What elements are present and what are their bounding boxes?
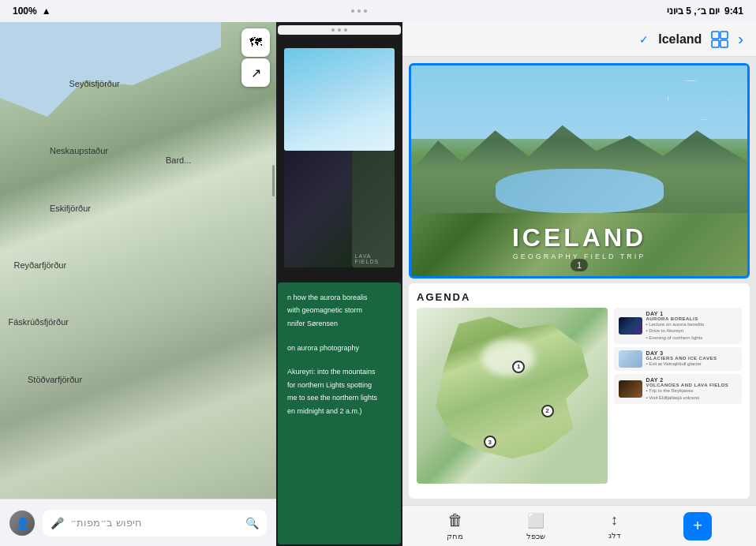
map-toolbar: 🗺 ↗ <box>241 28 270 87</box>
search-placeholder: חיפוש ב״מפות״ <box>70 517 142 529</box>
route-line <box>417 308 608 484</box>
file-title: Iceland <box>658 32 702 47</box>
notes-app-card[interactable]: n how the aurora borealis with geomagnet… <box>278 282 401 544</box>
day-1-label: DAY 1 <box>646 311 704 316</box>
status-bar: 100% ▲ יום ב׳, 5 ביוני 9:41 <box>0 0 756 22</box>
maps-panel: Seyðisfjörður Neskaupstaður Eskifjörður … <box>0 22 276 546</box>
duplicate-icon: ⬜ <box>527 512 545 529</box>
notes-line-7: me to see the northern lights <box>287 392 391 403</box>
slides-view-icon[interactable] <box>711 31 728 48</box>
keynote-panel: ✓ Iceland › <box>402 22 756 546</box>
slide-number-badge: 1 <box>571 259 588 271</box>
agenda-content: 1 2 3 DAY 1 <box>417 308 742 484</box>
middle-panel: LAVA FIELDS n how the aurora borealis wi… <box>276 22 402 546</box>
photo-beach <box>284 48 395 150</box>
slide-landscape-bg <box>411 65 747 213</box>
map-label-fáskrúðsfjörður: Fáskrúðsfjörður <box>9 317 69 327</box>
view-toggle-group <box>711 31 728 48</box>
duplicate-toolbar-item[interactable]: ⬜ שכפל <box>526 512 545 540</box>
handle-dot <box>351 9 354 13</box>
day-3-card: DAY 3 GLACIERS AND ICE CAVES • Exit at V… <box>614 347 742 371</box>
photo-thumbnail: LAVA FIELDS <box>352 151 395 267</box>
plus-icon: + <box>693 517 702 535</box>
map-label-seyðisfjörður: Seyðisfjörður <box>69 79 120 88</box>
day-1-text: • Lecture on aurora benefits• Drive to A… <box>646 321 704 341</box>
wifi-icon: ▲ <box>42 6 51 17</box>
mic-icon[interactable]: 🎤 <box>51 517 64 529</box>
map-search-bar: 👤 🎤 חיפוש ב״מפות״ 🔍 <box>0 499 276 546</box>
time-display: 9:41 <box>724 6 743 17</box>
slide-2-agenda[interactable]: AGENDA 1 2 3 <box>409 283 750 499</box>
slide-main-title: ICELAND <box>512 223 646 252</box>
map-label-bard: Bard... <box>166 155 191 165</box>
notes-line-2: with geomagnetic storm <box>287 305 391 316</box>
day-2-label: DAY 2 <box>646 377 728 383</box>
location-button[interactable]: ↗ <box>241 58 270 87</box>
add-slide-button[interactable]: + <box>683 512 712 540</box>
day-2-thumbnail <box>619 380 642 398</box>
map-label-reyðarfjörður: Reyðarfjörður <box>14 260 67 270</box>
day-cards-list: DAY 1 AURORA BOREALIS • Lecture on auror… <box>614 308 742 484</box>
map-background[interactable]: Seyðisfjörður Neskaupstaður Eskifjörður … <box>0 22 276 499</box>
status-center <box>351 9 367 13</box>
notes-line-6: for northern Lights spotting <box>287 380 391 391</box>
map-label-stöðvarfjörður: Stöðvarfjörður <box>28 375 82 384</box>
search-input[interactable]: 🎤 חיפוש ב״מפות״ 🔍 <box>43 510 267 537</box>
status-left: 100% ▲ <box>13 6 51 17</box>
battery-indicator: 100% <box>13 6 37 17</box>
app-handle-top <box>278 25 401 35</box>
main-container: Seyðisfjörður Neskaupstaður Eskifjörður … <box>0 22 756 546</box>
skip-toolbar-item[interactable]: ↕ דלג <box>608 512 620 540</box>
slide-1-text-area: ICELAND GEOGRAPHY FIELD TRIP <box>512 223 646 260</box>
keynote-header: ✓ Iceland › <box>402 22 756 57</box>
slide-1-iceland-cover[interactable]: ICELAND GEOGRAPHY FIELD TRIP 1 <box>409 63 750 279</box>
scroll-indicator <box>272 165 275 196</box>
photos-app-card[interactable]: LAVA FIELDS <box>278 36 401 279</box>
day-3-text: • Exit at Vatnajökull glacier <box>646 361 717 367</box>
notes-line-3: nnifer Sørensen <box>287 318 391 329</box>
day-2-info: DAY 2 VOLCANOES AND LAVA FIELDS • Trip t… <box>646 377 728 401</box>
slides-area: ICELAND GEOGRAPHY FIELD TRIP 1 AGENDA <box>402 57 756 505</box>
svg-rect-1 <box>720 32 728 39</box>
delete-toolbar-item[interactable]: 🗑 מחק <box>447 511 463 540</box>
handle-dot <box>364 9 367 13</box>
notes-line-4: on aurora photography <box>287 342 391 353</box>
map-view-toggle[interactable]: 🗺 <box>241 28 270 57</box>
handle-dot-1 <box>331 28 335 32</box>
map-label-eskifjörður: Eskifjörður <box>50 204 91 213</box>
delete-label: מחק <box>447 532 463 540</box>
handle-dot-2 <box>338 28 341 32</box>
day-1-card: DAY 1 AURORA BOREALIS • Lecture on auror… <box>614 308 742 344</box>
day-1-thumbnail <box>619 317 642 335</box>
user-avatar: 👤 <box>9 510 35 536</box>
day-3-thumbnail <box>619 350 642 368</box>
day-3-label: DAY 3 <box>646 350 717 356</box>
handle-dot <box>357 9 361 13</box>
duplicate-label: שכפל <box>526 532 545 540</box>
forward-chevron-icon[interactable]: › <box>738 30 743 48</box>
trash-icon: 🗑 <box>447 511 463 529</box>
status-right: יום ב׳, 5 ביוני 9:41 <box>667 6 743 17</box>
day-1-info: DAY 1 AURORA BOREALIS • Lecture on auror… <box>646 311 704 341</box>
photo-dark-landscape <box>284 151 352 267</box>
notes-line-1: n how the aurora borealis <box>287 292 391 303</box>
agenda-map: 1 2 3 <box>417 308 608 484</box>
map-label-neskaupstaður: Neskaupstaður <box>50 146 108 155</box>
skip-label: דלג <box>608 531 620 540</box>
search-icon: 🔍 <box>245 517 259 529</box>
day-2-card: DAY 2 VOLCANOES AND LAVA FIELDS • Trip t… <box>614 374 742 404</box>
notes-line-8: en midnight and 2 a.m.) <box>287 406 391 417</box>
check-icon: ✓ <box>639 33 649 46</box>
skip-icon: ↕ <box>611 512 618 529</box>
agenda-header: AGENDA <box>417 291 742 303</box>
notes-content: n how the aurora borealis with geomagnet… <box>287 292 391 417</box>
date-display: יום ב׳, 5 ביוני <box>667 6 720 17</box>
keynote-toolbar: 🗑 מחק ⬜ שכפל ↕ דלג + <box>402 505 756 546</box>
day-3-info: DAY 3 GLACIERS AND ICE CAVES • Exit at V… <box>646 350 717 367</box>
notes-line-5: Akureyri: into the mountains <box>287 366 391 377</box>
day-2-text: • Trip to the Reykjanes• Visit Eldfjalla… <box>646 387 728 401</box>
svg-rect-3 <box>720 40 728 47</box>
river-water <box>496 169 664 213</box>
svg-rect-2 <box>712 40 719 47</box>
handle-dot-3 <box>344 28 347 32</box>
